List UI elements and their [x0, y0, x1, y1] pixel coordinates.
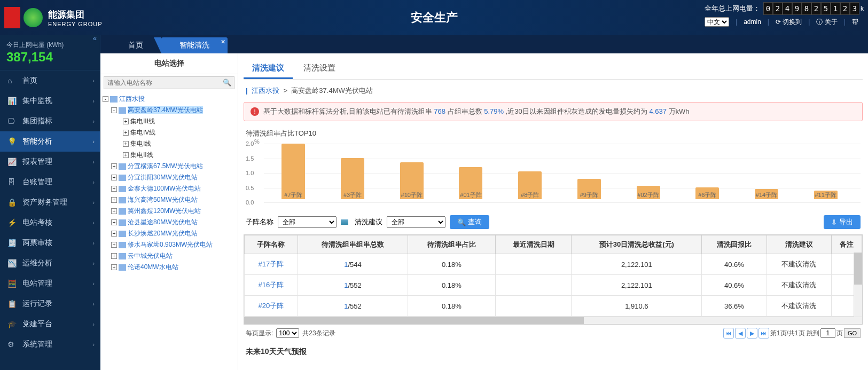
- tree-station[interactable]: 冀州鑫煜120MW光伏电站: [128, 207, 201, 215]
- tree-station[interactable]: 金寨大德100MW光伏电站: [128, 185, 201, 192]
- prev-page-button[interactable]: ◀: [735, 328, 746, 338]
- top-tabs: 首页 智能清洗✕: [100, 35, 868, 53]
- bar-label: #11子阵: [815, 191, 836, 199]
- crumb-leaf: 高安盘岭37.4MW光伏电站: [291, 86, 372, 95]
- bar-label: #6子阵: [698, 191, 716, 199]
- tree-toggle[interactable]: +: [123, 119, 129, 124]
- tree-leaf[interactable]: 集电III线: [130, 117, 155, 125]
- array-name-cell[interactable]: #17子阵: [245, 254, 298, 275]
- array-name-cell[interactable]: #16子阵: [245, 275, 298, 296]
- crumb-root[interactable]: 江西水投: [252, 86, 279, 95]
- last-page-button[interactable]: ⏭: [758, 328, 769, 338]
- tree-toggle[interactable]: +: [123, 130, 129, 136]
- tree-toggle[interactable]: +: [111, 231, 117, 237]
- tree-toggle[interactable]: +: [111, 163, 117, 169]
- station-tree-panel: 电站选择 🔍 -江西水投-高安盘岭37.4MW光伏电站+集电III线+集电IV线…: [100, 53, 238, 370]
- tree-toggle[interactable]: +: [111, 186, 117, 192]
- tree-toggle[interactable]: +: [123, 141, 129, 147]
- counter-digit: 2: [773, 2, 783, 15]
- menu-icon: 💡: [7, 137, 17, 146]
- horizontal-scrollbar[interactable]: [244, 317, 862, 324]
- sidebar: « 今日上网电量 (kWh) 387,154 ⌂首页›📊集中监视›🖵集团指标›💡…: [0, 35, 100, 370]
- tree-toggle[interactable]: +: [111, 253, 117, 259]
- array-select[interactable]: 全部: [278, 216, 337, 228]
- lang-select[interactable]: 中文: [705, 17, 729, 27]
- page-jump-input[interactable]: [820, 328, 835, 338]
- page-size-select[interactable]: 100: [276, 328, 299, 338]
- tree-toggle[interactable]: +: [111, 219, 117, 225]
- close-icon[interactable]: ✕: [221, 38, 225, 45]
- tree-toggle[interactable]: -: [111, 107, 117, 113]
- pager: 每页显示: 100 共23条记录 ⏮ ◀ ▶ ⏭ 第1页/共1页 跳到 页 GO: [244, 325, 863, 342]
- menu-item[interactable]: ⌂首页›: [0, 70, 100, 91]
- search-icon[interactable]: 🔍: [223, 78, 231, 86]
- suggest-select[interactable]: 全部: [387, 216, 445, 228]
- menu-item[interactable]: 🗄台账管理›: [0, 172, 100, 192]
- user-name[interactable]: admin: [744, 18, 761, 26]
- menu-icon: 📊: [7, 97, 17, 105]
- tree-toggle[interactable]: +: [123, 152, 129, 158]
- menu-label: 智能分析: [22, 137, 52, 146]
- menu-item[interactable]: 🧮电站管理›: [0, 273, 100, 294]
- tree-toggle[interactable]: +: [111, 264, 117, 270]
- menu-item[interactable]: 📉运维分析›: [0, 253, 100, 273]
- chart-title: 待清洗组串占比TOP10: [244, 121, 863, 140]
- tree-leaf[interactable]: 集电I线: [130, 140, 151, 147]
- tree-toggle[interactable]: -: [103, 96, 108, 102]
- tree-station[interactable]: 分宜洪阳30MW光伏电站: [128, 174, 198, 181]
- tree-station[interactable]: 修水马家坳0.903MW光伏电站: [128, 241, 213, 248]
- chevron-right-icon: ›: [92, 260, 95, 266]
- counter-digit: 9: [792, 2, 802, 15]
- export-button[interactable]: ⇩导出: [824, 215, 861, 229]
- first-page-button[interactable]: ⏮: [723, 328, 734, 338]
- tree-root[interactable]: 江西水投: [119, 95, 145, 103]
- menu-label: 首页: [22, 76, 37, 85]
- tree-toggle[interactable]: +: [111, 197, 117, 203]
- tree-station[interactable]: 伦诺40MW水电站: [128, 263, 178, 271]
- menu-item[interactable]: ⚡电站考核›: [0, 212, 100, 233]
- switch-link[interactable]: ⟳ 切换到: [776, 18, 802, 27]
- menu-item[interactable]: 🖵集团指标›: [0, 111, 100, 131]
- info-icon: ⓘ: [816, 18, 824, 26]
- go-button[interactable]: GO: [844, 328, 861, 338]
- tree-station[interactable]: 分宜横溪67.5MW光伏电站: [128, 162, 203, 170]
- tree-station[interactable]: 沧县星途80MW光伏电站: [128, 218, 198, 226]
- col-header: 待清洗组串组串总数: [298, 235, 408, 254]
- counter-digit: 5: [821, 2, 831, 15]
- menu-item[interactable]: 🔒资产财务管理›: [0, 192, 100, 212]
- menu-item[interactable]: 📊集中监视›: [0, 91, 100, 111]
- tree-station[interactable]: 云中城光伏电站: [128, 252, 173, 259]
- logo-badge: [4, 7, 20, 28]
- query-button[interactable]: 🔍查询: [450, 215, 489, 229]
- tree-leaf[interactable]: 集电II线: [130, 151, 153, 159]
- next-page-button[interactable]: ▶: [747, 328, 757, 338]
- tree-toggle[interactable]: +: [111, 242, 117, 248]
- about-link[interactable]: ⓘ 关于: [816, 18, 837, 27]
- vertical-scrollbar[interactable]: [854, 253, 862, 317]
- chevron-right-icon: ›: [92, 301, 95, 307]
- station-tree[interactable]: -江西水投-高安盘岭37.4MW光伏电站+集电III线+集电IV线+集电I线+集…: [100, 91, 238, 370]
- tree-toggle[interactable]: +: [111, 208, 117, 214]
- menu-item[interactable]: 🎓党建平台›: [0, 314, 100, 334]
- chevron-right-icon: ›: [92, 179, 95, 185]
- menu-item[interactable]: 🧾两票审核›: [0, 233, 100, 253]
- subtab-settings[interactable]: 清洗设置: [295, 59, 344, 77]
- tab-smart-clean[interactable]: 智能清洗✕: [161, 37, 228, 53]
- subtab-suggest[interactable]: 清洗建议: [244, 59, 293, 79]
- collapse-sidebar-icon[interactable]: «: [93, 34, 97, 42]
- tree-station[interactable]: 长沙焕燃20MW光伏电站: [128, 230, 198, 237]
- table-row: #17子阵1/5440.18%2,122.10140.6%不建议清洗: [245, 254, 862, 275]
- menu-item[interactable]: 📈报表管理›: [0, 152, 100, 172]
- help-link[interactable]: 帮: [852, 18, 858, 27]
- counter-digit: 8: [802, 2, 811, 15]
- tree-toggle[interactable]: +: [111, 175, 117, 180]
- tree-station[interactable]: 海兴高湾50MW光伏电站: [128, 196, 198, 203]
- today-value: 387,154: [6, 50, 93, 65]
- tree-search-input[interactable]: [104, 76, 234, 89]
- menu-item[interactable]: ⚙系统管理›: [0, 334, 100, 355]
- menu-item[interactable]: 💡智能分析›: [0, 131, 100, 152]
- array-name-cell[interactable]: #20子阵: [245, 296, 298, 317]
- tree-leaf[interactable]: 集电IV线: [130, 129, 155, 136]
- tree-selected[interactable]: 高安盘岭37.4MW光伏电站: [128, 106, 203, 114]
- menu-item[interactable]: 📋运行记录›: [0, 294, 100, 314]
